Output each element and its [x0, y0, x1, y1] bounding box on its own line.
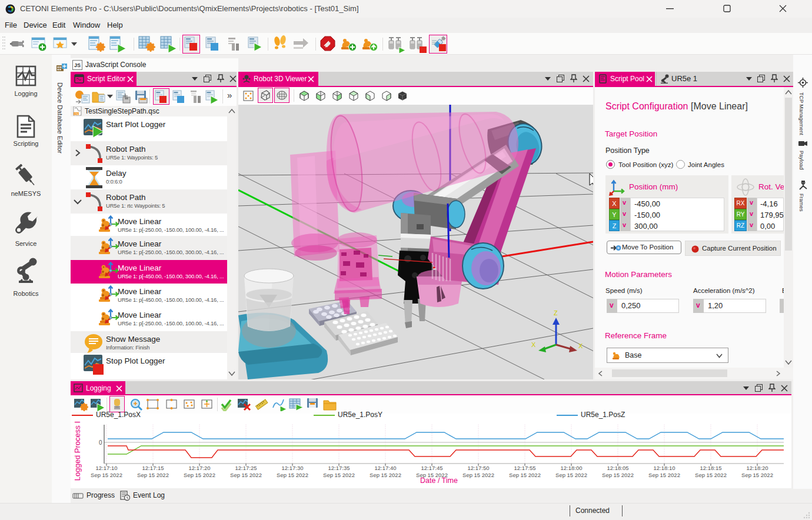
- svg-text:QSC: QSC: [74, 113, 81, 116]
- svg-text:JS: JS: [74, 62, 81, 68]
- svg-text:X: X: [578, 342, 583, 349]
- svg-text:0: 0: [99, 439, 102, 446]
- svg-text:Z: Z: [554, 309, 558, 316]
- svg-text:X: X: [531, 341, 536, 348]
